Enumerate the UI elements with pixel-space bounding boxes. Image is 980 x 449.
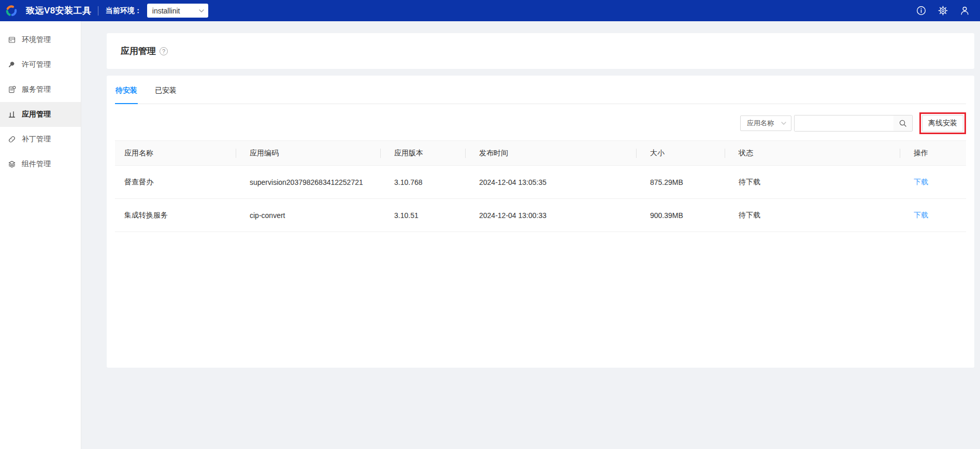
topbar: 致远V8安装工具 当前环境： installinit	[0, 0, 980, 21]
cell-status: 待下载	[725, 199, 900, 232]
cell-app-version: 3.10.768	[381, 166, 466, 199]
toolbar: 应用名称	[115, 112, 966, 134]
offline-install-button[interactable]: 离线安装	[922, 115, 963, 132]
main-content: 应用管理 ? 待安装 已安装 应用名称	[81, 21, 980, 449]
application-icon	[8, 110, 16, 119]
sidebar: 环境管理 许可管理 服务管理	[0, 21, 81, 449]
search-input[interactable]	[795, 115, 893, 131]
sidebar-item-application[interactable]: 应用管理	[0, 102, 81, 127]
tab-installed[interactable]: 已安装	[154, 86, 177, 104]
environment-icon	[8, 36, 16, 44]
column-app-name: 应用名称	[115, 141, 236, 166]
cell-app-version: 3.10.51	[381, 199, 466, 232]
table-row: 督查督办 supervision2037982683412252721 3.10…	[115, 166, 966, 199]
column-status: 状态	[725, 141, 900, 166]
sidebar-item-environment[interactable]: 环境管理	[0, 27, 81, 52]
gear-icon[interactable]	[938, 6, 948, 16]
environment-select-value: installinit	[152, 7, 180, 15]
app-root: 致远V8安装工具 当前环境： installinit	[0, 0, 980, 449]
sidebar-item-label: 补丁管理	[22, 135, 51, 144]
cell-app-name: 集成转换服务	[115, 199, 236, 232]
environment-label: 当前环境：	[106, 6, 142, 16]
sidebar-item-label: 应用管理	[22, 110, 51, 119]
cell-size: 875.29MB	[637, 166, 725, 199]
column-app-version: 应用版本	[381, 141, 466, 166]
user-icon[interactable]	[960, 6, 970, 16]
chevron-down-icon	[781, 122, 786, 125]
column-app-code: 应用编码	[236, 141, 381, 166]
download-link[interactable]: 下载	[914, 211, 928, 219]
page-title: 应用管理	[121, 45, 156, 57]
content-card: 待安装 已安装 应用名称	[107, 76, 974, 368]
table-row: 集成转换服务 cip-convert 3.10.51 2024-12-04 13…	[115, 199, 966, 232]
sidebar-item-label: 组件管理	[22, 160, 51, 169]
column-action: 操作	[900, 141, 966, 166]
tab-bar: 待安装 已安装	[115, 76, 966, 104]
table-header-row: 应用名称 应用编码 应用版本 发布时间 大小 状态 操作	[115, 141, 966, 166]
component-icon	[8, 160, 16, 168]
search-icon[interactable]	[893, 115, 912, 131]
info-icon[interactable]	[916, 6, 926, 16]
cell-app-name: 督查督办	[115, 166, 236, 199]
sidebar-item-service[interactable]: 服务管理	[0, 77, 81, 102]
column-size: 大小	[637, 141, 725, 166]
license-icon	[8, 61, 16, 69]
logo-icon	[5, 5, 18, 17]
sidebar-item-patch[interactable]: 补丁管理	[0, 127, 81, 152]
app-title: 致远V8安装工具	[26, 5, 92, 17]
service-icon	[8, 85, 16, 94]
help-icon[interactable]: ?	[160, 47, 168, 55]
chevron-down-icon	[199, 9, 204, 12]
sidebar-item-component[interactable]: 组件管理	[0, 152, 81, 177]
topbar-actions	[916, 6, 970, 16]
column-publish-time: 发布时间	[466, 141, 637, 166]
filter-select-value: 应用名称	[747, 119, 774, 128]
topbar-divider	[98, 6, 98, 16]
app-table: 应用名称 应用编码 应用版本 发布时间 大小 状态 操作 督查督办 superv	[115, 140, 966, 232]
tab-pending-install[interactable]: 待安装	[115, 86, 138, 104]
environment-select[interactable]: installinit	[147, 4, 208, 18]
cell-app-code: supervision2037982683412252721	[236, 166, 381, 199]
sidebar-item-label: 服务管理	[22, 85, 51, 94]
cell-status: 待下载	[725, 166, 900, 199]
sidebar-item-license[interactable]: 许可管理	[0, 52, 81, 77]
cell-publish-time: 2024-12-04 13:05:35	[466, 166, 637, 199]
page-header-card: 应用管理 ?	[107, 33, 974, 69]
sidebar-item-label: 许可管理	[22, 60, 51, 69]
patch-icon	[8, 135, 16, 143]
cell-size: 900.39MB	[637, 199, 725, 232]
download-link[interactable]: 下载	[914, 178, 928, 186]
filter-select[interactable]: 应用名称	[740, 115, 791, 131]
sidebar-item-label: 环境管理	[22, 35, 51, 45]
annotation-highlight-box: 离线安装	[919, 112, 966, 134]
search-group	[794, 115, 913, 132]
cell-publish-time: 2024-12-04 13:00:33	[466, 199, 637, 232]
cell-app-code: cip-convert	[236, 199, 381, 232]
